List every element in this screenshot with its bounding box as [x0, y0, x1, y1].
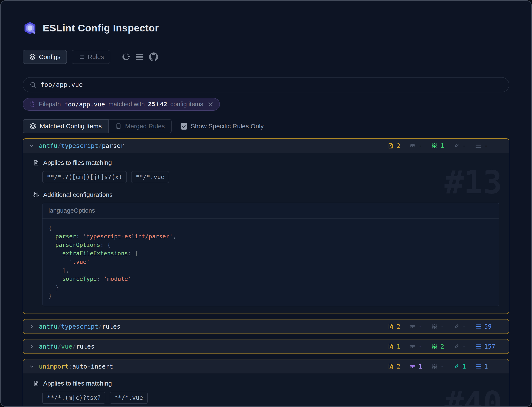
badge-eye-closed-value: - [419, 343, 422, 350]
matched-config-items-button[interactable]: Matched Config Items [23, 119, 109, 133]
sliders-icon [431, 343, 438, 350]
chevron-right-icon [29, 344, 35, 349]
checkbox-checked-icon [180, 123, 188, 130]
badge-sliders-value: - [440, 363, 444, 370]
merged-rules-button[interactable]: Merged Rules [109, 119, 172, 133]
config-list: #13antfu/typescript/parser2-1--#13Applie… [23, 138, 509, 407]
eye-closed-icon [409, 142, 416, 149]
layers-icon [29, 54, 36, 60]
badge-plug-value: 1 [462, 363, 466, 370]
github-link-button[interactable] [149, 52, 158, 62]
badge-plug-value: - [462, 142, 466, 149]
config-name-part: vue [61, 343, 72, 350]
files-matching-label: Applies to files matching [33, 159, 499, 166]
config-item-14: #14antfu/typescript/rules2---59 [23, 319, 509, 334]
eye-closed-icon [409, 363, 416, 370]
chevron-down-icon [29, 363, 35, 369]
config-name-part: typescript [61, 323, 98, 330]
badge-plug: - [453, 323, 475, 330]
main-content: ESLint Config Inspector Configs Rules [1, 1, 531, 407]
badge-eye-closed: - [409, 142, 431, 149]
moon-stars-icon [121, 59, 130, 62]
files-matching-label-text: Applies to files matching [43, 159, 112, 166]
config-name: antfu/typescript/parser [39, 142, 124, 149]
file-search-icon [33, 159, 39, 166]
config-badges: 2-1-- [388, 142, 497, 149]
list-icon [78, 54, 85, 60]
badge-sliders: - [431, 323, 453, 330]
github-icon [149, 59, 158, 62]
chip-match-count: 25 / 42 [148, 101, 167, 108]
config-body: #40Applies to files matching**/*.(m|c)?t… [23, 373, 509, 407]
list-icon [475, 363, 481, 370]
glob-pill-row: **/*.(m|c)?tsx?**/*.vue [42, 392, 499, 404]
config-header-22[interactable]: antfu/vue/rules1-2-157 [23, 339, 509, 353]
file-dashed-icon [29, 101, 35, 108]
matched-config-items-label: Matched Config Items [40, 123, 102, 130]
badge-eye-closed: - [409, 343, 431, 350]
sliders-icon [431, 142, 438, 149]
sliders-icon [431, 363, 438, 370]
badge-list: 1 [475, 363, 497, 370]
config-header-14[interactable]: antfu/typescript/rules2---59 [23, 320, 509, 334]
search-input[interactable] [40, 81, 502, 89]
file-search-icon [388, 323, 394, 330]
tab-configs[interactable]: Configs [23, 50, 67, 64]
menu-button[interactable] [135, 52, 144, 62]
badge-eye-closed: 1 [409, 363, 431, 370]
config-item-22: #22antfu/vue/rules1-2-157 [23, 339, 509, 354]
code-block-title: languageOptions [42, 203, 499, 219]
show-specific-rules-toggle[interactable]: Show Specific Rules Only [180, 123, 264, 130]
chip-filepath-label: Filepath [39, 101, 61, 108]
config-name: antfu/vue/rules [39, 343, 94, 350]
config-name-part: antfu [39, 142, 57, 149]
chevron-down-icon [29, 143, 35, 149]
config-name-part: / [98, 142, 102, 149]
config-name-part: parser [102, 142, 124, 149]
glob-pattern-pill: **/*.(m|c)?tsx? [42, 392, 105, 404]
badge-eye-closed-value: - [419, 142, 422, 149]
page-title: ESLint Config Inspector [43, 22, 159, 34]
sliders-icon [431, 323, 438, 330]
config-name-part: / [57, 343, 61, 350]
config-name-part: / [98, 323, 102, 330]
config-name-part: : [69, 363, 72, 370]
config-header-13[interactable]: antfu/typescript/parser2-1-- [23, 139, 509, 153]
badge-sliders-value: 1 [440, 142, 444, 149]
tab-rules[interactable]: Rules [72, 50, 110, 64]
badge-file-search-value: 1 [397, 343, 400, 350]
list-icon [475, 142, 481, 149]
chip-close-icon[interactable] [208, 101, 213, 107]
config-name: unimport:auto-insert [39, 363, 113, 370]
badge-sliders-value: - [440, 323, 444, 330]
badge-file-search: 2 [388, 323, 409, 330]
badge-sliders: - [431, 363, 453, 370]
badge-plug-value: - [462, 343, 466, 350]
config-badges: 2---59 [388, 323, 497, 330]
badge-list: - [475, 142, 497, 149]
glob-pattern-pill: **/*.vue [110, 392, 148, 404]
language-options-block: languageOptions{ parser: 'typescript-esl… [42, 203, 499, 306]
file-search-icon [33, 380, 39, 387]
badge-list: 59 [475, 323, 497, 330]
list-icon [475, 323, 481, 330]
dark-mode-toggle-button[interactable] [121, 52, 130, 62]
glob-pattern-pill: **/*.vue [131, 171, 169, 183]
list-icon [475, 343, 481, 350]
panel-list-icon [115, 123, 122, 130]
config-name: antfu/typescript/rules [39, 323, 120, 330]
show-specific-rules-label: Show Specific Rules Only [191, 123, 264, 130]
layers-icon [30, 123, 36, 130]
badge-plug: 1 [453, 363, 475, 370]
plug-icon [453, 343, 460, 350]
config-name-part: unimport [39, 363, 69, 370]
badge-sliders: 2 [431, 343, 453, 350]
file-search-icon [388, 142, 394, 149]
config-header-40[interactable]: unimport:auto-insert21-11 [23, 360, 509, 373]
badge-eye-closed-value: - [419, 323, 422, 330]
badge-list-value: 59 [484, 323, 492, 330]
view-toggle-row: Matched Config Items Merged Rules Show S… [23, 119, 509, 133]
glob-pattern-pill: **/*.?([cm])[jt]s?(x) [42, 171, 127, 183]
config-name-part: / [57, 142, 61, 149]
sliders-icon [33, 192, 39, 198]
